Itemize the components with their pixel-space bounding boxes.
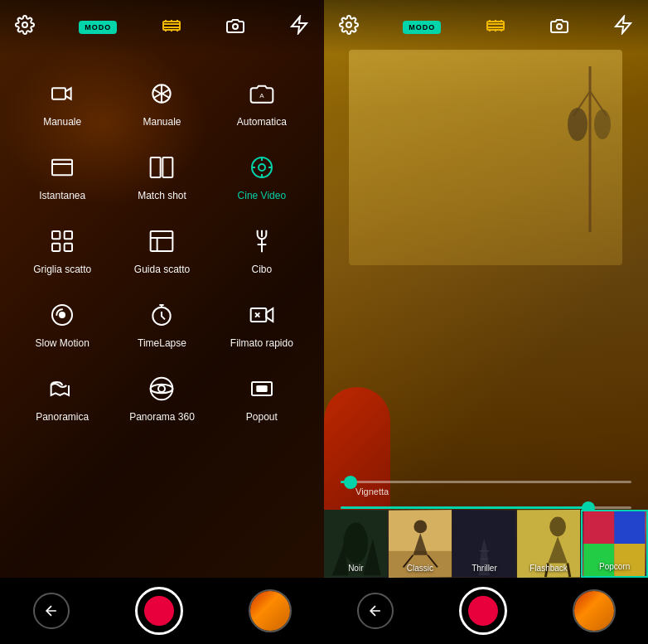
menu-label-filmato-rapido: Filmato rapido xyxy=(230,337,293,349)
food-icon xyxy=(249,228,275,259)
svg-rect-41 xyxy=(487,22,504,30)
modo-badge-left[interactable]: MODO xyxy=(79,21,117,34)
filter-noir-label: Noir xyxy=(348,564,363,573)
menu-item-griglia-scatto[interactable]: Griglia scatto xyxy=(12,218,112,285)
film-strip-icon-right[interactable] xyxy=(486,16,505,39)
svg-rect-19 xyxy=(52,244,60,251)
svg-rect-54 xyxy=(584,511,615,544)
svg-point-51 xyxy=(549,517,566,537)
menu-item-filmato-rapido[interactable]: Filmato rapido xyxy=(212,292,312,359)
film-strip-icon-left[interactable] xyxy=(162,16,181,39)
svg-rect-57 xyxy=(615,544,646,576)
menu-item-cine-video[interactable]: Cine Video xyxy=(212,144,312,211)
svg-point-31 xyxy=(158,385,165,392)
menu-item-panorama-360[interactable]: Panorama 360 xyxy=(112,366,211,433)
svg-point-39 xyxy=(594,109,611,139)
timer-icon xyxy=(148,302,175,332)
slow-icon xyxy=(49,302,75,332)
filter-flashback[interactable]: Flashback xyxy=(517,510,582,578)
menu-label-match-shot: Match shot xyxy=(138,190,186,201)
settings-icon-left[interactable] xyxy=(15,15,35,40)
menu-item-guida-scatto[interactable]: Guida scatto xyxy=(112,218,211,285)
right-topbar: MODO xyxy=(324,0,648,54)
camera-flip-icon-right[interactable] xyxy=(549,16,569,39)
menu-label-manuale-video: Manuale xyxy=(43,116,81,128)
menu-label-automatica: Automatica xyxy=(237,116,287,128)
flash-icon-right[interactable] xyxy=(613,15,633,40)
svg-point-2 xyxy=(233,24,238,29)
svg-rect-9 xyxy=(151,157,161,177)
filter-flashback-label: Flashback xyxy=(530,564,568,573)
svg-rect-20 xyxy=(65,244,72,251)
menu-item-automatica[interactable]: A Automatica xyxy=(212,70,312,138)
back-button-right[interactable] xyxy=(357,593,394,629)
svg-rect-21 xyxy=(151,231,173,251)
menu-item-popout[interactable]: Popout xyxy=(212,366,312,433)
thumbnail-right[interactable] xyxy=(573,589,616,632)
svg-rect-1 xyxy=(163,22,180,30)
right-panel: MODO Vignetta xyxy=(324,0,648,644)
menu-label-manuale-photo: Manuale xyxy=(143,116,181,128)
filter-thriller-label: Thriller xyxy=(471,564,497,573)
menu-label-timelapse: TimeLapse xyxy=(138,337,186,349)
thumbnail-left[interactable] xyxy=(249,589,292,632)
vignetta-track[interactable] xyxy=(341,481,631,483)
menu-label-cibo: Cibo xyxy=(251,264,272,275)
menu-item-istantanea[interactable]: Istantanea xyxy=(12,144,112,211)
svg-point-12 xyxy=(259,164,265,171)
filter-thriller[interactable]: Thriller xyxy=(452,510,517,578)
menu-label-popout: Popout xyxy=(246,411,278,423)
menu-label-slow-motion: Slow Motion xyxy=(35,337,89,349)
svg-point-44 xyxy=(344,522,368,563)
left-topbar: MODO xyxy=(0,0,324,54)
menu-item-manuale-photo[interactable]: Manuale xyxy=(112,70,211,138)
svg-rect-3 xyxy=(52,88,65,99)
menu-label-griglia-scatto: Griglia scatto xyxy=(33,264,91,275)
auto-icon: A xyxy=(249,80,275,111)
menu-label-cine-video: Cine Video xyxy=(238,190,287,201)
forza-track[interactable] xyxy=(341,506,631,509)
pano360-icon xyxy=(148,375,175,406)
popout-icon xyxy=(249,375,275,406)
flash-icon-left[interactable] xyxy=(289,15,309,40)
left-bottom-bar xyxy=(0,578,324,644)
aperture-icon xyxy=(148,80,175,111)
menu-item-timelapse[interactable]: TimeLapse xyxy=(112,292,211,359)
record-button-left[interactable] xyxy=(135,587,183,635)
svg-point-47 xyxy=(413,521,427,534)
filter-classic-label: Classic xyxy=(407,564,433,573)
camera-flip-icon-left[interactable] xyxy=(225,16,245,39)
match-icon xyxy=(148,154,175,185)
photo-icon xyxy=(49,154,75,185)
menu-item-manuale-video[interactable]: Manuale xyxy=(12,70,112,138)
menu-item-match-shot[interactable]: Match shot xyxy=(112,144,211,211)
svg-point-0 xyxy=(22,22,27,27)
modo-badge-right[interactable]: MODO xyxy=(403,21,441,34)
menu-grid: Manuale Manuale A Automatica xyxy=(0,62,324,441)
thumbnail-image-left xyxy=(250,591,290,631)
svg-rect-18 xyxy=(65,231,72,239)
record-dot-left xyxy=(144,596,174,626)
svg-point-42 xyxy=(557,24,562,29)
grid-icon xyxy=(49,228,75,259)
cine-icon xyxy=(249,154,275,185)
svg-rect-17 xyxy=(52,231,60,239)
record-button-right[interactable] xyxy=(459,587,507,635)
fast-icon xyxy=(249,302,275,332)
settings-icon-right[interactable] xyxy=(339,15,359,40)
filter-classic[interactable]: Classic xyxy=(389,510,453,578)
left-panel: MODO Manuale xyxy=(0,0,324,644)
filter-strip: Noir Classic xyxy=(324,510,648,578)
filter-noir[interactable]: Noir xyxy=(324,510,389,578)
svg-point-40 xyxy=(346,22,351,27)
record-dot-right xyxy=(468,596,498,626)
filter-popcorn[interactable]: Popcorn xyxy=(581,510,648,578)
menu-item-slow-motion[interactable]: Slow Motion xyxy=(12,292,112,359)
menu-item-cibo[interactable]: Cibo xyxy=(212,218,312,285)
svg-text:A: A xyxy=(259,92,264,99)
menu-label-istantanea: Istantanea xyxy=(39,190,85,201)
svg-point-38 xyxy=(568,108,588,141)
vignetta-slider-wrapper: Vignetta xyxy=(341,481,631,483)
back-button-left[interactable] xyxy=(33,593,70,629)
menu-item-panoramica[interactable]: Panoramica xyxy=(12,366,112,433)
